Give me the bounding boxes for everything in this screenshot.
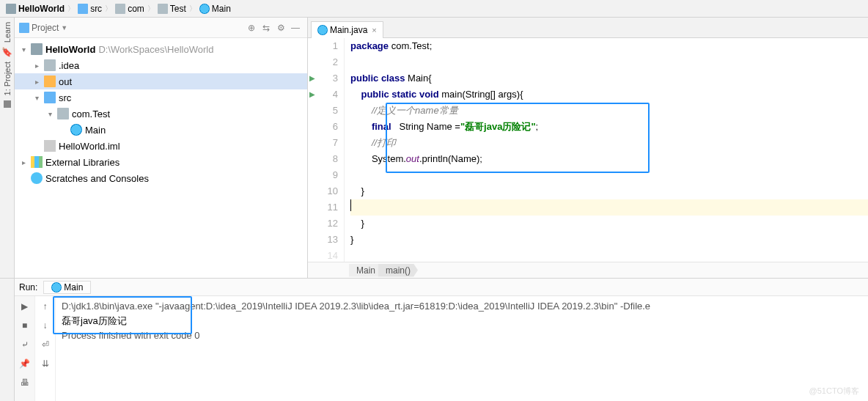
java-class-icon bbox=[199, 4, 210, 14]
code-area[interactable]: 12 ▶3 ▶4 5678 91011121314 package com.Te… bbox=[308, 38, 868, 262]
chevron-right-icon: 〉 bbox=[189, 4, 196, 14]
tree-src[interactable]: ▾src bbox=[15, 89, 307, 106]
chevron-right-icon: 〉 bbox=[147, 4, 155, 14]
console-stdout: 磊哥java历险记 bbox=[62, 314, 862, 328]
folder-icon bbox=[78, 4, 88, 14]
chevron-right-icon: 〉 bbox=[105, 4, 112, 14]
folder-icon bbox=[6, 4, 16, 14]
code-text[interactable]: package com.Test; public class Main{ pub… bbox=[345, 38, 868, 262]
pin-icon[interactable]: 📌 bbox=[18, 356, 32, 371]
collapse-icon[interactable]: ⇆ bbox=[259, 21, 273, 35]
tab-project[interactable]: 1: Project bbox=[3, 62, 12, 95]
watermark: @51CTO博客 bbox=[809, 386, 859, 397]
run-toolbar-2: ↑ ↓ ⏎ ⇊ bbox=[35, 296, 56, 401]
scroll-icon[interactable]: ⇊ bbox=[38, 356, 53, 371]
folder-icon bbox=[19, 23, 29, 33]
tab-learn[interactable]: Learn bbox=[3, 22, 12, 43]
editor-tab-main[interactable]: Main.java × bbox=[311, 21, 383, 38]
run-toolbar-1: ▶ ■ ⤶ 📌 🖶 bbox=[15, 296, 35, 401]
left-tool-strip: Learn 🔖 1: Project bbox=[0, 18, 15, 278]
gear-icon[interactable]: ⚙ bbox=[273, 21, 288, 35]
exit-icon[interactable]: ⤶ bbox=[18, 337, 32, 352]
structure-icon[interactable] bbox=[4, 100, 11, 108]
up-icon[interactable]: ↑ bbox=[38, 299, 53, 314]
project-panel: Project▼ ⊕ ⇆ ⚙ — ▾HelloWorldD:\WorkSpace… bbox=[15, 18, 308, 278]
run-config[interactable]: Main bbox=[43, 281, 91, 294]
locate-icon[interactable]: ⊕ bbox=[244, 21, 259, 35]
close-icon[interactable]: × bbox=[372, 26, 376, 34]
bc-item-com[interactable]: com bbox=[114, 4, 146, 14]
project-header: Project▼ ⊕ ⇆ ⚙ — bbox=[15, 18, 307, 38]
bc-item-main[interactable]: Main bbox=[198, 4, 232, 14]
java-class-icon bbox=[317, 25, 328, 35]
console-cmd: D:\jdk1.8\bin\java.exe "-javaagent:D:\id… bbox=[62, 299, 862, 314]
nav-class[interactable]: Main bbox=[349, 264, 383, 277]
tree-root[interactable]: ▾HelloWorldD:\WorkSpaces\HelloWorld bbox=[15, 41, 307, 57]
console-exit: Process finished with exit code 0 bbox=[62, 328, 862, 343]
bc-item-test[interactable]: Test bbox=[156, 4, 188, 14]
file-icon bbox=[44, 140, 56, 152]
tree-scratches[interactable]: Scratches and Consoles bbox=[15, 170, 307, 186]
editor-breadcrumb: Main main() bbox=[308, 262, 868, 278]
console-output[interactable]: D:\jdk1.8\bin\java.exe "-javaagent:D:\id… bbox=[56, 296, 868, 401]
java-class-icon bbox=[70, 124, 82, 136]
breadcrumb: HelloWorld 〉 src 〉 com 〉 Test 〉 Main bbox=[0, 0, 868, 18]
down-icon[interactable]: ↓ bbox=[38, 318, 53, 333]
print-icon[interactable]: 🖶 bbox=[18, 375, 32, 390]
stop-icon[interactable]: ■ bbox=[18, 318, 32, 333]
run-gutter-icon[interactable]: ▶ bbox=[309, 87, 315, 103]
wrap-icon[interactable]: ⏎ bbox=[38, 337, 53, 352]
project-view-selector[interactable]: Project▼ bbox=[19, 23, 67, 33]
folder-icon bbox=[44, 76, 56, 87]
run-left-strip bbox=[0, 279, 15, 401]
editor-panel: Main.java × 12 ▶3 ▶4 5678 91011121314 pa… bbox=[308, 18, 868, 278]
tree-ext-lib[interactable]: ▸External Libraries bbox=[15, 154, 307, 170]
bc-item-root[interactable]: HelloWorld bbox=[4, 4, 66, 14]
bookmark-icon: 🔖 bbox=[1, 47, 12, 57]
run-label: Run: bbox=[19, 282, 37, 293]
java-class-icon bbox=[51, 282, 62, 293]
scratch-icon bbox=[31, 172, 43, 184]
rerun-icon[interactable]: ▶ bbox=[18, 299, 32, 314]
folder-icon bbox=[31, 43, 43, 55]
folder-icon bbox=[115, 4, 125, 14]
tree-iml[interactable]: HelloWorld.iml bbox=[15, 138, 307, 154]
tree-out[interactable]: ▸out bbox=[15, 73, 307, 89]
run-gutter-icon[interactable]: ▶ bbox=[309, 70, 315, 87]
folder-icon bbox=[44, 92, 56, 103]
folder-icon bbox=[158, 4, 168, 14]
run-panel: Run: Main ▶ ■ ⤶ 📌 🖶 ↑ ↓ ⏎ ⇊ D:\jdk1.8\bi… bbox=[0, 278, 868, 401]
gutter: 12 ▶3 ▶4 5678 91011121314 bbox=[308, 38, 345, 262]
package-icon bbox=[57, 108, 69, 119]
tree-idea[interactable]: ▸.idea bbox=[15, 57, 307, 73]
caret bbox=[350, 199, 351, 211]
library-icon bbox=[31, 156, 43, 168]
editor-tabbar: Main.java × bbox=[308, 18, 868, 38]
nav-method[interactable]: main() bbox=[378, 264, 418, 277]
tree-main-class[interactable]: Main bbox=[15, 122, 307, 138]
bc-item-src[interactable]: src bbox=[76, 4, 103, 14]
project-tree[interactable]: ▾HelloWorldD:\WorkSpaces\HelloWorld ▸.id… bbox=[15, 38, 307, 189]
hide-icon[interactable]: — bbox=[288, 21, 303, 35]
folder-icon bbox=[44, 59, 56, 71]
run-header: Run: Main bbox=[15, 279, 868, 296]
chevron-right-icon: 〉 bbox=[67, 4, 75, 14]
tree-package[interactable]: ▾com.Test bbox=[15, 106, 307, 122]
